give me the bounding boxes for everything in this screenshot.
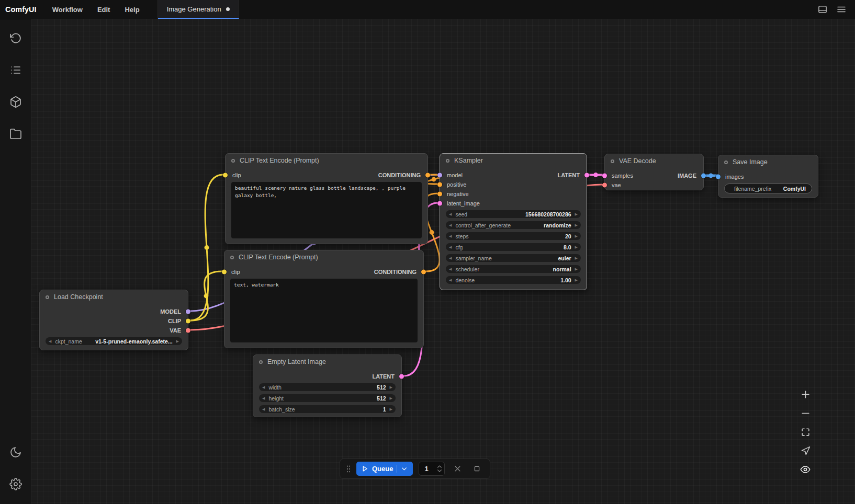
node-clip-negative[interactable]: CLIP Text Encode (Prompt)clipCONDITIONIN… bbox=[224, 250, 424, 348]
increment-arrow-icon[interactable]: ▶ bbox=[575, 267, 578, 271]
input-port-label: clip bbox=[232, 172, 241, 178]
node-graph-canvas[interactable]: CLIP Text Encode (Prompt)clipCONDITIONIN… bbox=[31, 19, 855, 504]
prompt-text-widget[interactable]: text, watermark bbox=[230, 279, 418, 342]
increment-arrow-icon[interactable]: ▶ bbox=[390, 407, 392, 411]
increment-arrow-icon[interactable]: ▶ bbox=[575, 223, 578, 227]
decrement-arrow-icon[interactable]: ◀ bbox=[449, 223, 452, 227]
filename_prefix-widget[interactable]: filename_prefixComfyUI bbox=[724, 184, 812, 193]
clip-input-port[interactable] bbox=[222, 270, 227, 274]
queue-list-icon[interactable] bbox=[4, 59, 27, 82]
node-vae-decode[interactable]: VAE DecodesamplesIMAGEvae bbox=[604, 154, 704, 190]
decrement-arrow-icon[interactable]: ◀ bbox=[449, 234, 452, 238]
cfg-widget[interactable]: ◀cfg8.0▶ bbox=[446, 243, 581, 251]
theme-moon-icon[interactable] bbox=[4, 441, 27, 464]
link-midpoint-dot bbox=[593, 173, 598, 177]
node-load-checkpoint[interactable]: Load CheckpointMODELCLIPVAE◀ckpt_namev1-… bbox=[39, 290, 188, 350]
positive-input-port[interactable] bbox=[437, 182, 442, 187]
model-input-port[interactable] bbox=[437, 173, 442, 178]
increment-arrow-icon[interactable]: ▶ bbox=[390, 385, 392, 389]
collapse-dot-icon[interactable] bbox=[231, 159, 235, 163]
history-icon[interactable] bbox=[4, 27, 27, 50]
increment-arrow-icon[interactable]: ▶ bbox=[176, 339, 179, 343]
collapse-dot-icon[interactable] bbox=[446, 159, 449, 163]
steps-widget[interactable]: ◀steps20▶ bbox=[446, 232, 581, 240]
negative-input-port[interactable] bbox=[437, 192, 442, 197]
chevron-down-icon[interactable] bbox=[401, 465, 408, 472]
CLIP-output-port[interactable] bbox=[186, 319, 190, 324]
node-clip-positive[interactable]: CLIP Text Encode (Prompt)clipCONDITIONIN… bbox=[225, 153, 428, 244]
decrement-arrow-icon[interactable]: ◀ bbox=[262, 407, 265, 411]
height-widget[interactable]: ◀height512▶ bbox=[259, 394, 396, 402]
node-empty-latent[interactable]: Empty Latent ImageLATENT◀width512▶◀heigh… bbox=[253, 354, 402, 417]
latent_image-input-port[interactable] bbox=[437, 201, 442, 206]
collapse-dot-icon[interactable] bbox=[46, 295, 49, 299]
settings-gear-icon[interactable] bbox=[4, 473, 27, 496]
pointer-navigate-icon[interactable] bbox=[798, 444, 812, 457]
panel-toggle-icon[interactable] bbox=[815, 2, 830, 17]
workflows-folder-icon[interactable] bbox=[4, 122, 27, 145]
node-save-image[interactable]: Save Imageimagesfilename_prefixComfyUI bbox=[718, 155, 818, 198]
images-input-port[interactable] bbox=[716, 175, 721, 179]
workflow-tabs: Image Generation bbox=[158, 0, 239, 19]
increment-arrow-icon[interactable]: ▶ bbox=[575, 245, 578, 249]
tab-image-generation[interactable]: Image Generation bbox=[158, 0, 239, 19]
zoom-out-icon[interactable] bbox=[798, 407, 812, 419]
decrement-arrow-icon[interactable]: ◀ bbox=[449, 256, 452, 260]
decrement-arrow-icon[interactable]: ◀ bbox=[449, 278, 452, 282]
hamburger-menu-icon[interactable] bbox=[834, 2, 849, 17]
samples-input-port[interactable] bbox=[602, 174, 607, 178]
decrement-arrow-icon[interactable]: ◀ bbox=[262, 396, 265, 400]
menu-workflow[interactable]: Workflow bbox=[45, 0, 90, 19]
decrement-arrow-icon[interactable]: ◀ bbox=[449, 245, 452, 249]
increment-arrow-icon[interactable]: ▶ bbox=[575, 256, 578, 260]
cancel-x-icon[interactable] bbox=[451, 462, 464, 476]
collapse-dot-icon[interactable] bbox=[724, 161, 728, 164]
decrement-arrow-icon[interactable]: ◀ bbox=[449, 212, 452, 216]
sampler_name-widget[interactable]: ◀sampler_nameeuler▶ bbox=[446, 254, 581, 262]
CONDITIONING-output-port[interactable] bbox=[421, 270, 426, 274]
widget-label: seed bbox=[455, 211, 467, 217]
stepper-down-icon[interactable] bbox=[437, 469, 442, 473]
fit-view-icon[interactable] bbox=[798, 426, 812, 438]
vae-input-port[interactable] bbox=[602, 183, 607, 188]
LATENT-output-port[interactable] bbox=[399, 374, 404, 379]
increment-arrow-icon[interactable]: ▶ bbox=[575, 278, 578, 282]
seed-widget[interactable]: ◀seed156680208700286▶ bbox=[446, 210, 581, 218]
decrement-arrow-icon[interactable]: ◀ bbox=[49, 339, 51, 343]
increment-arrow-icon[interactable]: ▶ bbox=[390, 396, 392, 400]
CONDITIONING-output-port[interactable] bbox=[425, 173, 430, 178]
clip-input-port[interactable] bbox=[223, 173, 228, 178]
stop-square-icon[interactable] bbox=[470, 462, 483, 476]
input-port-label: clip bbox=[231, 269, 240, 275]
batch_size-widget[interactable]: ◀batch_size1▶ bbox=[259, 405, 396, 413]
collapse-dot-icon[interactable] bbox=[230, 256, 234, 259]
ckpt_name-widget[interactable]: ◀ckpt_namev1-5-pruned-emaonly.safete...▶ bbox=[46, 337, 182, 345]
menu-help[interactable]: Help bbox=[117, 0, 147, 19]
model-library-icon[interactable] bbox=[4, 90, 27, 113]
prompt-text-widget[interactable]: beautiful scenery nature glass bottle la… bbox=[231, 182, 422, 238]
decrement-arrow-icon[interactable]: ◀ bbox=[262, 385, 265, 389]
toggle-link-visibility-eye-icon[interactable] bbox=[798, 463, 812, 476]
node-ksampler[interactable]: KSamplermodelLATENTpositivenegativelaten… bbox=[440, 153, 587, 290]
increment-arrow-icon[interactable]: ▶ bbox=[575, 234, 578, 238]
LATENT-output-port[interactable] bbox=[584, 173, 589, 178]
toolbar-drag-handle[interactable] bbox=[346, 465, 351, 473]
decrement-arrow-icon[interactable]: ◀ bbox=[449, 267, 452, 271]
stepper-up-icon[interactable] bbox=[437, 465, 442, 468]
increment-arrow-icon[interactable]: ▶ bbox=[575, 212, 578, 216]
collapse-dot-icon[interactable] bbox=[259, 360, 263, 364]
scheduler-widget[interactable]: ◀schedulernormal▶ bbox=[446, 265, 581, 273]
control_after_generate-widget[interactable]: ◀control_after_generaterandomize▶ bbox=[446, 221, 581, 229]
MODEL-output-port[interactable] bbox=[186, 310, 190, 314]
port-row: MODEL bbox=[40, 307, 188, 316]
collapse-dot-icon[interactable] bbox=[611, 159, 614, 163]
zoom-in-icon[interactable] bbox=[798, 388, 812, 400]
IMAGE-output-port[interactable] bbox=[701, 174, 706, 178]
batch-count-stepper[interactable]: 1 bbox=[419, 462, 445, 476]
queue-button[interactable]: Queue bbox=[356, 462, 413, 476]
width-widget[interactable]: ◀width512▶ bbox=[259, 383, 396, 391]
VAE-output-port[interactable] bbox=[186, 328, 190, 333]
denoise-widget[interactable]: ◀denoise1.00▶ bbox=[446, 276, 581, 284]
menu-edit[interactable]: Edit bbox=[90, 0, 118, 19]
widget-value: v1-5-pruned-emaonly.safete... bbox=[95, 338, 172, 345]
